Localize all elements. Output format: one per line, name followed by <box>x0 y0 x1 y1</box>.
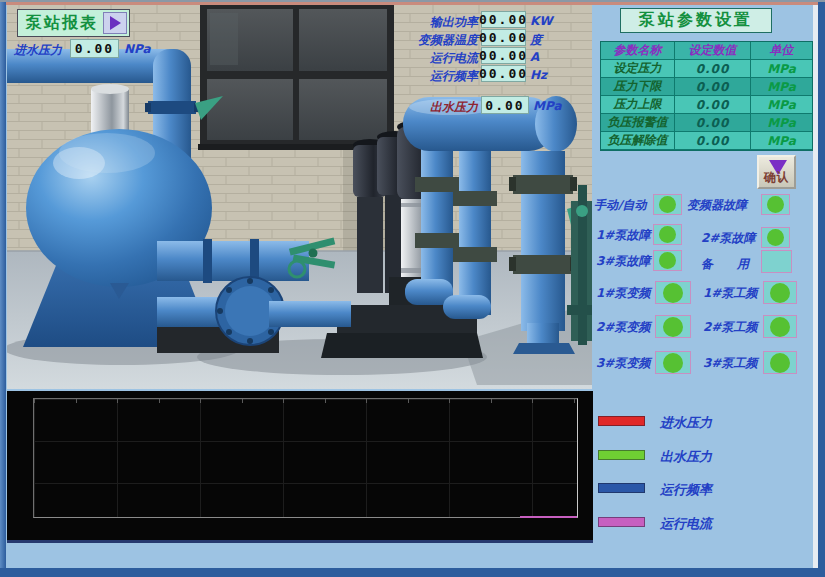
indicator-label-pump2-vfd: 2#泵变频 <box>596 319 650 336</box>
indicator-label-pump1-mains: 1#泵工频 <box>703 285 757 302</box>
lamp-dot <box>767 196 784 213</box>
run-current-trace <box>520 516 577 518</box>
param-unit: MPa <box>751 96 812 114</box>
run-frequency-value: 00.00 <box>481 65 526 82</box>
output-power-label: 输出功率 <box>408 14 478 31</box>
output-power-unit: KW <box>530 14 553 28</box>
param-name: 压力上限 <box>601 96 675 114</box>
lamp-dot <box>770 353 790 373</box>
run-frequency-label: 运行频率 <box>408 68 478 85</box>
play-icon-frame[interactable] <box>103 12 127 34</box>
indicator-label-pump2-fault: 2#泵故障 <box>701 230 755 247</box>
pipe-clamp <box>148 101 196 114</box>
param-value-input[interactable]: 0.00 <box>675 60 751 78</box>
lamp-dot <box>770 317 790 337</box>
frame-bottom-border <box>0 568 825 577</box>
frame-left-border <box>0 2 6 577</box>
inlet-pressure-unit: NPa <box>124 42 151 56</box>
indicator-label-pump3-mains: 3#泵工频 <box>703 355 757 372</box>
inverter-temp-unit: 度 <box>530 32 542 49</box>
indicator-lamp-pump2-mains <box>763 315 797 338</box>
indicator-lamp-pump2-vfd <box>655 315 691 338</box>
run-current-label: 运行电流 <box>408 50 478 67</box>
lamp-dot <box>663 353 683 373</box>
inlet-pressure-value: 0.00 <box>70 39 119 58</box>
indicator-lamp-pump3-fault <box>653 250 682 271</box>
run-current-unit: A <box>530 50 539 64</box>
inverter-temp-label: 变频器温度 <box>395 32 478 49</box>
param-name: 设定压力 <box>601 60 675 78</box>
frame-top-salmon-line <box>0 2 825 5</box>
indicator-label-pump3-fault: 3#泵故障 <box>596 253 650 270</box>
indicator-lamp-pump3-mains <box>763 351 797 374</box>
lamp-dot <box>663 317 683 337</box>
lamp-dot <box>767 229 784 246</box>
indicator-lamp-manual-auto <box>653 194 682 215</box>
indicator-lamp-inverter-fault <box>761 194 790 215</box>
confirm-button-label: 确认 <box>759 169 794 186</box>
param-name: 压力下限 <box>601 78 675 96</box>
report-button[interactable]: 泵站报表 <box>17 9 130 37</box>
legend-swatch-outlet-pressure <box>598 450 645 460</box>
indicator-lamp-pump1-vfd <box>655 281 691 304</box>
lamp-dot <box>659 196 676 213</box>
col-header-unit: 单位 <box>751 42 812 60</box>
legend-label-run-frequency: 运行频率 <box>660 481 712 499</box>
param-value-input[interactable]: 0.00 <box>675 132 751 150</box>
param-value-input[interactable]: 0.00 <box>675 96 751 114</box>
legend-label-inlet-pressure: 进水压力 <box>660 414 712 432</box>
legend-label-run-current: 运行电流 <box>660 515 712 533</box>
param-value-input[interactable]: 0.00 <box>675 114 751 132</box>
indicator-label-manual-auto: 手动/自动 <box>594 197 646 214</box>
outlet-pressure-unit: MPa <box>533 99 562 113</box>
lamp-dot <box>659 226 676 243</box>
play-icon <box>110 16 121 30</box>
report-button-label: 泵站报表 <box>26 13 98 34</box>
legend-swatch-run-frequency <box>598 483 645 493</box>
legend-swatch-run-current <box>598 517 645 527</box>
inlet-pressure-label: 进水压力 <box>14 42 62 59</box>
pump-station-hmi-screen: 泵站报表 进水压力 0.00 NPa 输出功率 00.00 KW 变频器温度 0… <box>0 0 825 577</box>
plot-top-ticks <box>34 399 577 403</box>
legend-label-outlet-pressure: 出水压力 <box>660 448 712 466</box>
col-header-value: 设定数值 <box>675 42 751 60</box>
param-unit: MPa <box>751 60 812 78</box>
outlet-pressure-label: 出水压力 <box>408 99 478 116</box>
param-name: 负压报警值 <box>601 114 675 132</box>
trend-chart <box>7 391 593 543</box>
indicator-lamp-spare <box>761 250 792 273</box>
indicator-label-pump3-vfd: 3#泵变频 <box>596 355 650 372</box>
indicator-lamp-pump1-mains <box>763 281 797 304</box>
param-unit: MPa <box>751 132 812 150</box>
indicator-lamp-pump2-fault <box>761 227 790 248</box>
lamp-dot <box>770 283 790 303</box>
trend-plot-area <box>33 398 578 518</box>
frame-right-border <box>818 2 825 577</box>
run-current-value: 00.00 <box>481 47 526 64</box>
indicator-lamp-pump1-fault <box>653 224 682 245</box>
indicator-label-inverter-fault: 变频器故障 <box>687 197 747 214</box>
param-value-input[interactable]: 0.00 <box>675 78 751 96</box>
indicator-lamp-pump3-vfd <box>655 351 691 374</box>
indicator-label-spare: 备 用 <box>701 256 755 273</box>
col-header-name: 参数名称 <box>601 42 675 60</box>
lamp-dot <box>659 252 676 269</box>
indicator-label-pump1-fault: 1#泵故障 <box>596 227 650 244</box>
inverter-temp-value: 00.00 <box>481 29 526 46</box>
legend-swatch-inlet-pressure <box>598 416 645 426</box>
output-power-value: 00.00 <box>481 11 526 28</box>
param-unit: MPa <box>751 78 812 96</box>
settings-panel-title: 泵站参数设置 <box>620 8 772 33</box>
indicator-label-pump2-mains: 2#泵工频 <box>703 319 757 336</box>
param-unit: MPa <box>751 114 812 132</box>
run-frequency-unit: Hz <box>530 68 547 82</box>
indicator-label-pump1-vfd: 1#泵变频 <box>596 285 650 302</box>
confirm-button[interactable]: 确认 <box>757 155 796 189</box>
parameter-table: 参数名称 设定数值 单位 设定压力 0.00 MPa 压力下限 0.00 MPa… <box>600 41 813 151</box>
param-name: 负压解除值 <box>601 132 675 150</box>
outlet-pressure-value: 0.00 <box>481 96 529 114</box>
window <box>198 5 396 150</box>
lamp-dot <box>663 283 683 303</box>
